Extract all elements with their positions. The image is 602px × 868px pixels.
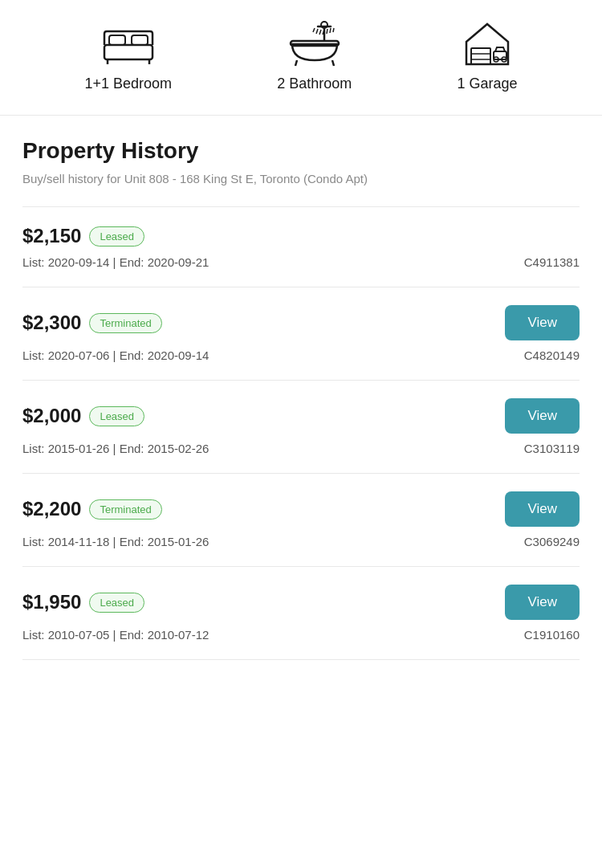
history-row-top-2: $2,000 Leased View [22, 398, 580, 434]
svg-rect-0 [104, 45, 153, 59]
amenity-garage: 1 Garage [457, 19, 517, 92]
amenity-bathroom: 2 Bathroom [277, 19, 352, 92]
view-button-1[interactable]: View [505, 305, 580, 340]
history-item-3: $2,200 Terminated View List: 2014-11-18 … [22, 474, 580, 567]
status-badge-2: Leased [89, 406, 144, 426]
property-history-section: Property History Buy/sell history for Un… [0, 116, 602, 660]
svg-line-10 [313, 28, 315, 32]
dates-0: List: 2020-09-14 | End: 2020-09-21 [22, 255, 209, 269]
amenity-bedroom: 1+1 Bedroom [85, 19, 173, 92]
bath-icon [287, 19, 343, 67]
view-button-4[interactable]: View [505, 585, 580, 620]
price-2: $2,000 [22, 405, 81, 427]
listing-id-1: C4820149 [524, 348, 580, 362]
view-button-3[interactable]: View [505, 491, 580, 527]
history-row-top-1: $2,300 Terminated View [22, 305, 580, 340]
history-row-top-4: $1,950 Leased View [22, 585, 580, 620]
svg-rect-20 [494, 51, 506, 59]
history-row-top-0: $2,150 Leased [22, 225, 580, 247]
history-item-2: $2,000 Leased View List: 2015-01-26 | En… [22, 381, 580, 474]
svg-line-11 [316, 29, 318, 34]
dates-2: List: 2015-01-26 | End: 2015-02-26 [22, 442, 209, 455]
price-status-0: $2,150 Leased [22, 225, 144, 247]
svg-line-6 [295, 60, 297, 66]
garage-icon [459, 19, 515, 67]
dates-4: List: 2010-07-05 | End: 2010-07-12 [22, 628, 209, 642]
bedroom-label: 1+1 Bedroom [85, 75, 173, 92]
dates-1: List: 2020-07-06 | End: 2020-09-14 [22, 348, 209, 362]
listing-id-4: C1910160 [524, 628, 580, 642]
svg-rect-1 [109, 35, 125, 45]
bathroom-label: 2 Bathroom [277, 75, 352, 92]
listing-id-3: C3069249 [524, 535, 580, 548]
status-badge-4: Leased [89, 593, 144, 613]
history-row-bottom-2: List: 2015-01-26 | End: 2015-02-26 C3103… [22, 442, 580, 455]
price-1: $2,300 [22, 312, 81, 334]
history-row-bottom-4: List: 2010-07-05 | End: 2010-07-12 C1910… [22, 628, 580, 642]
history-row-bottom-3: List: 2014-11-18 | End: 2015-01-26 C3069… [22, 535, 580, 548]
bed-icon [100, 19, 157, 67]
status-badge-3: Terminated [89, 499, 161, 520]
history-item-0: $2,150 Leased List: 2020-09-14 | End: 20… [22, 207, 580, 287]
svg-line-12 [319, 30, 321, 35]
history-row-bottom-0: List: 2020-09-14 | End: 2020-09-21 C4911… [22, 255, 580, 269]
listing-id-2: C3103119 [524, 442, 580, 455]
svg-line-7 [332, 60, 334, 66]
history-subtitle: Buy/sell history for Unit 808 - 168 King… [22, 170, 580, 187]
amenities-section: 1+1 Bedroom [0, 0, 602, 116]
price-status-1: $2,300 Terminated [22, 312, 162, 334]
history-list: $2,150 Leased List: 2020-09-14 | End: 20… [22, 206, 580, 660]
view-button-2[interactable]: View [505, 398, 580, 434]
price-status-2: $2,000 Leased [22, 405, 144, 427]
history-title: Property History [22, 138, 580, 164]
dates-3: List: 2014-11-18 | End: 2015-01-26 [22, 535, 209, 548]
svg-rect-17 [471, 48, 490, 64]
svg-line-14 [327, 29, 327, 34]
price-3: $2,200 [22, 498, 81, 520]
price-0: $2,150 [22, 225, 81, 247]
history-row-bottom-1: List: 2020-07-06 | End: 2020-09-14 C4820… [22, 348, 580, 362]
garage-label: 1 Garage [457, 75, 517, 92]
price-status-4: $1,950 Leased [22, 591, 144, 613]
history-item-1: $2,300 Terminated View List: 2020-07-06 … [22, 287, 580, 381]
price-4: $1,950 [22, 591, 81, 613]
svg-line-15 [330, 28, 331, 33]
svg-rect-2 [132, 35, 148, 45]
status-badge-1: Terminated [89, 313, 161, 333]
price-status-3: $2,200 Terminated [22, 498, 162, 520]
history-row-top-3: $2,200 Terminated View [22, 491, 580, 527]
history-item-4: $1,950 Leased View List: 2010-07-05 | En… [22, 567, 580, 660]
status-badge-0: Leased [89, 226, 144, 247]
svg-line-16 [333, 28, 334, 32]
listing-id-0: C4911381 [524, 255, 580, 269]
